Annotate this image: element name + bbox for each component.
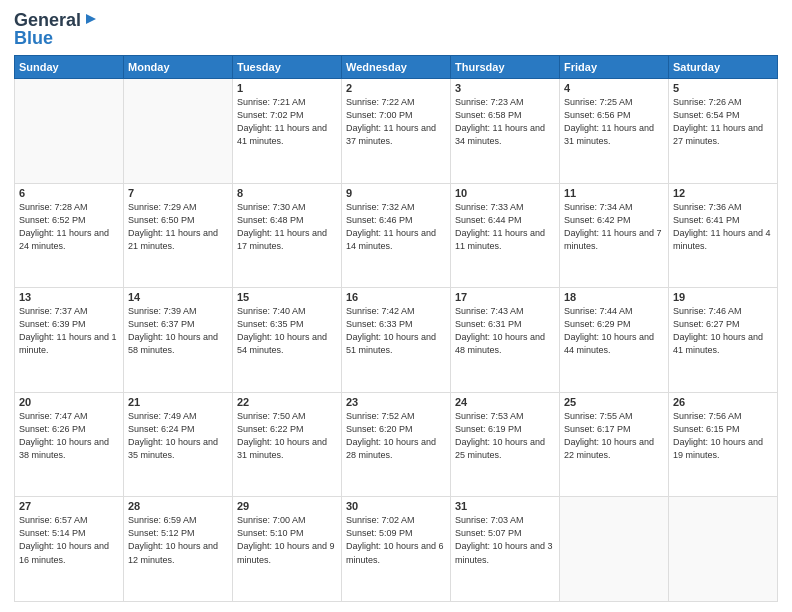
day-info: Sunrise: 7:52 AM Sunset: 6:20 PM Dayligh… [346,410,446,462]
calendar-cell: 31Sunrise: 7:03 AM Sunset: 5:07 PM Dayli… [451,497,560,602]
day-number: 22 [237,396,337,408]
calendar-cell: 11Sunrise: 7:34 AM Sunset: 6:42 PM Dayli… [560,183,669,288]
calendar-day-header: Sunday [15,56,124,79]
calendar-cell: 14Sunrise: 7:39 AM Sunset: 6:37 PM Dayli… [124,288,233,393]
calendar-cell: 10Sunrise: 7:33 AM Sunset: 6:44 PM Dayli… [451,183,560,288]
calendar-cell [15,79,124,184]
day-info: Sunrise: 7:56 AM Sunset: 6:15 PM Dayligh… [673,410,773,462]
day-info: Sunrise: 7:40 AM Sunset: 6:35 PM Dayligh… [237,305,337,357]
calendar-day-header: Wednesday [342,56,451,79]
calendar-cell: 4Sunrise: 7:25 AM Sunset: 6:56 PM Daylig… [560,79,669,184]
day-info: Sunrise: 7:50 AM Sunset: 6:22 PM Dayligh… [237,410,337,462]
day-info: Sunrise: 7:47 AM Sunset: 6:26 PM Dayligh… [19,410,119,462]
day-number: 25 [564,396,664,408]
calendar-week-row: 1Sunrise: 7:21 AM Sunset: 7:02 PM Daylig… [15,79,778,184]
calendar-table: SundayMondayTuesdayWednesdayThursdayFrid… [14,55,778,602]
day-info: Sunrise: 7:43 AM Sunset: 6:31 PM Dayligh… [455,305,555,357]
day-number: 15 [237,291,337,303]
calendar-cell: 22Sunrise: 7:50 AM Sunset: 6:22 PM Dayli… [233,392,342,497]
calendar-cell: 9Sunrise: 7:32 AM Sunset: 6:46 PM Daylig… [342,183,451,288]
day-number: 26 [673,396,773,408]
day-number: 5 [673,82,773,94]
day-info: Sunrise: 7:36 AM Sunset: 6:41 PM Dayligh… [673,201,773,253]
day-info: Sunrise: 7:42 AM Sunset: 6:33 PM Dayligh… [346,305,446,357]
day-info: Sunrise: 7:37 AM Sunset: 6:39 PM Dayligh… [19,305,119,357]
calendar-cell: 27Sunrise: 6:57 AM Sunset: 5:14 PM Dayli… [15,497,124,602]
day-number: 29 [237,500,337,512]
day-number: 11 [564,187,664,199]
svg-marker-0 [86,14,96,24]
calendar-cell: 6Sunrise: 7:28 AM Sunset: 6:52 PM Daylig… [15,183,124,288]
day-number: 24 [455,396,555,408]
calendar-cell: 21Sunrise: 7:49 AM Sunset: 6:24 PM Dayli… [124,392,233,497]
day-number: 17 [455,291,555,303]
day-info: Sunrise: 7:53 AM Sunset: 6:19 PM Dayligh… [455,410,555,462]
day-number: 18 [564,291,664,303]
day-number: 30 [346,500,446,512]
calendar-day-header: Monday [124,56,233,79]
day-number: 10 [455,187,555,199]
day-info: Sunrise: 7:28 AM Sunset: 6:52 PM Dayligh… [19,201,119,253]
day-info: Sunrise: 6:59 AM Sunset: 5:12 PM Dayligh… [128,514,228,566]
day-info: Sunrise: 7:32 AM Sunset: 6:46 PM Dayligh… [346,201,446,253]
day-number: 28 [128,500,228,512]
calendar-cell: 5Sunrise: 7:26 AM Sunset: 6:54 PM Daylig… [669,79,778,184]
calendar-cell: 26Sunrise: 7:56 AM Sunset: 6:15 PM Dayli… [669,392,778,497]
calendar-cell: 18Sunrise: 7:44 AM Sunset: 6:29 PM Dayli… [560,288,669,393]
day-number: 21 [128,396,228,408]
day-info: Sunrise: 7:39 AM Sunset: 6:37 PM Dayligh… [128,305,228,357]
day-number: 8 [237,187,337,199]
calendar-cell [669,497,778,602]
calendar-cell: 2Sunrise: 7:22 AM Sunset: 7:00 PM Daylig… [342,79,451,184]
day-number: 13 [19,291,119,303]
day-info: Sunrise: 7:26 AM Sunset: 6:54 PM Dayligh… [673,96,773,148]
day-info: Sunrise: 7:46 AM Sunset: 6:27 PM Dayligh… [673,305,773,357]
calendar-cell: 16Sunrise: 7:42 AM Sunset: 6:33 PM Dayli… [342,288,451,393]
day-info: Sunrise: 7:55 AM Sunset: 6:17 PM Dayligh… [564,410,664,462]
day-info: Sunrise: 7:30 AM Sunset: 6:48 PM Dayligh… [237,201,337,253]
day-info: Sunrise: 7:03 AM Sunset: 5:07 PM Dayligh… [455,514,555,566]
calendar-cell: 23Sunrise: 7:52 AM Sunset: 6:20 PM Dayli… [342,392,451,497]
calendar-week-row: 20Sunrise: 7:47 AM Sunset: 6:26 PM Dayli… [15,392,778,497]
calendar-day-header: Friday [560,56,669,79]
calendar-week-row: 6Sunrise: 7:28 AM Sunset: 6:52 PM Daylig… [15,183,778,288]
calendar-day-header: Tuesday [233,56,342,79]
calendar-cell: 12Sunrise: 7:36 AM Sunset: 6:41 PM Dayli… [669,183,778,288]
day-number: 4 [564,82,664,94]
calendar-cell: 17Sunrise: 7:43 AM Sunset: 6:31 PM Dayli… [451,288,560,393]
calendar-cell [560,497,669,602]
day-number: 2 [346,82,446,94]
calendar-cell: 15Sunrise: 7:40 AM Sunset: 6:35 PM Dayli… [233,288,342,393]
calendar-cell: 3Sunrise: 7:23 AM Sunset: 6:58 PM Daylig… [451,79,560,184]
day-info: Sunrise: 7:49 AM Sunset: 6:24 PM Dayligh… [128,410,228,462]
calendar-cell: 29Sunrise: 7:00 AM Sunset: 5:10 PM Dayli… [233,497,342,602]
day-number: 14 [128,291,228,303]
day-number: 9 [346,187,446,199]
day-info: Sunrise: 7:29 AM Sunset: 6:50 PM Dayligh… [128,201,228,253]
calendar-day-header: Saturday [669,56,778,79]
calendar-cell: 25Sunrise: 7:55 AM Sunset: 6:17 PM Dayli… [560,392,669,497]
day-number: 27 [19,500,119,512]
day-info: Sunrise: 7:34 AM Sunset: 6:42 PM Dayligh… [564,201,664,253]
logo: General Blue [14,10,98,49]
calendar-cell: 19Sunrise: 7:46 AM Sunset: 6:27 PM Dayli… [669,288,778,393]
day-info: Sunrise: 7:00 AM Sunset: 5:10 PM Dayligh… [237,514,337,566]
day-info: Sunrise: 6:57 AM Sunset: 5:14 PM Dayligh… [19,514,119,566]
calendar-week-row: 27Sunrise: 6:57 AM Sunset: 5:14 PM Dayli… [15,497,778,602]
day-number: 6 [19,187,119,199]
day-number: 1 [237,82,337,94]
logo-arrow-icon [84,12,98,30]
day-number: 19 [673,291,773,303]
day-number: 31 [455,500,555,512]
day-info: Sunrise: 7:33 AM Sunset: 6:44 PM Dayligh… [455,201,555,253]
day-info: Sunrise: 7:23 AM Sunset: 6:58 PM Dayligh… [455,96,555,148]
day-number: 3 [455,82,555,94]
calendar-cell: 13Sunrise: 7:37 AM Sunset: 6:39 PM Dayli… [15,288,124,393]
day-info: Sunrise: 7:22 AM Sunset: 7:00 PM Dayligh… [346,96,446,148]
calendar-cell: 28Sunrise: 6:59 AM Sunset: 5:12 PM Dayli… [124,497,233,602]
calendar-day-header: Thursday [451,56,560,79]
calendar-cell: 8Sunrise: 7:30 AM Sunset: 6:48 PM Daylig… [233,183,342,288]
calendar-cell: 20Sunrise: 7:47 AM Sunset: 6:26 PM Dayli… [15,392,124,497]
calendar-cell: 1Sunrise: 7:21 AM Sunset: 7:02 PM Daylig… [233,79,342,184]
calendar-week-row: 13Sunrise: 7:37 AM Sunset: 6:39 PM Dayli… [15,288,778,393]
